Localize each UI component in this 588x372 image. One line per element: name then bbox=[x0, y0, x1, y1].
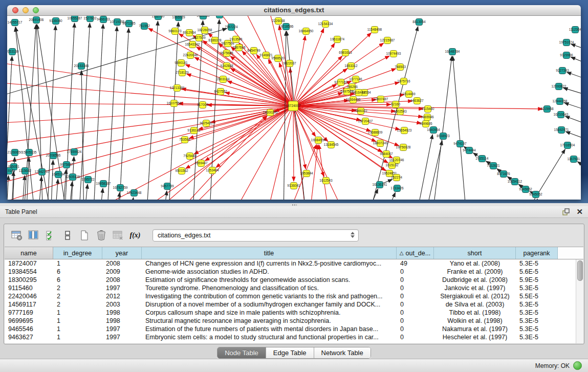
network-edge[interactable] bbox=[7, 106, 293, 184]
column-header-name[interactable]: name bbox=[5, 247, 53, 259]
network-graph-svg: 1872400798601238912954182260589827509165… bbox=[7, 16, 581, 200]
delete-column-button[interactable] bbox=[95, 229, 108, 242]
memory-status-indicator[interactable] bbox=[573, 361, 582, 370]
column-header-short[interactable]: short bbox=[434, 247, 516, 259]
table-cell: 1 bbox=[53, 325, 102, 333]
tab-node-table[interactable]: Node Table bbox=[217, 347, 266, 358]
delete-table-button[interactable] bbox=[112, 229, 125, 242]
network-edge[interactable] bbox=[79, 23, 90, 200]
network-edge[interactable] bbox=[7, 106, 293, 143]
network-edge[interactable] bbox=[26, 157, 29, 200]
network-node-label: 9860123 bbox=[168, 29, 182, 33]
table-tabs: Node Table Edge Table Network Table bbox=[217, 347, 371, 359]
minimize-window-button[interactable] bbox=[23, 7, 29, 13]
network-edge[interactable] bbox=[571, 57, 581, 67]
network-node-label: 15905135 bbox=[22, 150, 37, 154]
network-canvas[interactable]: 1872400798601238912954182260589827509165… bbox=[7, 16, 581, 200]
table-row[interactable]: 1830029562008Estimation of significance … bbox=[5, 276, 576, 284]
network-edge[interactable] bbox=[567, 72, 581, 82]
network-node-label: 9245052 bbox=[529, 192, 542, 196]
table-scrollbar-thumb[interactable] bbox=[577, 260, 583, 281]
network-edge[interactable] bbox=[319, 145, 330, 200]
maximize-window-button[interactable] bbox=[33, 7, 39, 13]
network-edge[interactable] bbox=[565, 132, 581, 143]
network-node-label: 9501562 bbox=[175, 169, 188, 172]
tab-network-table[interactable]: Network Table bbox=[314, 347, 371, 358]
network-edge[interactable] bbox=[194, 106, 293, 154]
network-node-label: 14055717 bbox=[8, 20, 23, 24]
network-edge[interactable] bbox=[51, 160, 53, 200]
table-row[interactable]: 946554611997Estimation of the future num… bbox=[5, 325, 576, 333]
network-edge[interactable] bbox=[7, 176, 9, 200]
network-edge[interactable] bbox=[383, 192, 395, 200]
network-edge[interactable] bbox=[107, 27, 117, 200]
network-node-label: 9827509 bbox=[192, 36, 206, 39]
table-selector-dropdown[interactable]: citations_edges.txt bbox=[153, 229, 359, 242]
network-edge[interactable] bbox=[99, 188, 103, 200]
network-edge[interactable] bbox=[416, 135, 432, 200]
network-edge[interactable] bbox=[186, 106, 293, 168]
network-edge[interactable] bbox=[537, 199, 543, 200]
network-edge[interactable] bbox=[216, 106, 293, 167]
network-edge[interactable] bbox=[146, 21, 158, 200]
column-header-pagerank[interactable]: pagerank bbox=[516, 247, 558, 259]
function-builder-button[interactable]: f(x) bbox=[128, 229, 142, 242]
network-node-label: 8912954 bbox=[183, 31, 196, 34]
close-panel-button[interactable]: ✕ bbox=[576, 208, 583, 215]
table-row[interactable]: 2242004622012Investigating the contribut… bbox=[5, 292, 576, 300]
network-edge[interactable] bbox=[293, 106, 294, 181]
network-edge[interactable] bbox=[119, 28, 129, 200]
panel-resize-handle[interactable] bbox=[292, 204, 297, 206]
table-row[interactable]: 946362711997Embryonic stem cells: a mode… bbox=[5, 333, 576, 341]
network-edge[interactable] bbox=[578, 162, 581, 173]
column-header-title[interactable]: title bbox=[142, 247, 397, 259]
column-header-out_de[interactable]: △out_de... bbox=[397, 247, 434, 259]
table-scrollbar[interactable] bbox=[576, 259, 583, 343]
table-row[interactable]: 911546021997Tourette syndrome. Phenomeno… bbox=[5, 284, 576, 292]
column-header-year[interactable]: year bbox=[102, 247, 142, 259]
network-edge[interactable] bbox=[7, 103, 293, 106]
tab-edge-table[interactable]: Edge Table bbox=[266, 347, 314, 358]
network-node-label: 1645194 bbox=[52, 172, 65, 176]
network-window-titlebar[interactable]: citations_edges.txt bbox=[7, 5, 581, 16]
network-edge[interactable] bbox=[187, 74, 293, 106]
network-edge[interactable] bbox=[453, 56, 467, 200]
column-visibility-button[interactable] bbox=[27, 229, 40, 242]
network-edge[interactable] bbox=[7, 56, 12, 200]
network-edge[interactable] bbox=[205, 106, 293, 161]
network-edge[interactable] bbox=[38, 177, 41, 200]
network-edge[interactable] bbox=[7, 83, 293, 106]
new-document-icon bbox=[79, 230, 90, 241]
network-edge[interactable] bbox=[93, 24, 103, 200]
network-edge[interactable] bbox=[130, 198, 134, 200]
table-row[interactable]: 969969511998Structural magnetic resonanc… bbox=[5, 317, 576, 325]
table-mode-button[interactable] bbox=[10, 229, 24, 242]
network-edge[interactable] bbox=[55, 179, 58, 200]
column-header-in_degree[interactable]: in_degree bbox=[53, 247, 102, 259]
table-row[interactable]: 977716911998Corpus callosum shape and si… bbox=[5, 309, 576, 317]
table-row[interactable]: 1938455462009Genome-wide association stu… bbox=[5, 268, 576, 276]
network-edge[interactable] bbox=[171, 116, 267, 200]
network-edge[interactable] bbox=[16, 27, 52, 200]
network-node-label: 16964950 bbox=[299, 29, 314, 33]
table-cell: 1 bbox=[53, 317, 102, 325]
new-column-button[interactable] bbox=[78, 229, 91, 242]
network-edge[interactable] bbox=[293, 106, 345, 200]
network-edge[interactable] bbox=[84, 184, 88, 200]
close-window-button[interactable] bbox=[12, 7, 18, 13]
network-edge[interactable] bbox=[571, 44, 581, 53]
network-edge[interactable] bbox=[565, 116, 581, 127]
table-cell: 5.3E-5 bbox=[516, 284, 558, 292]
panel-splitter[interactable] bbox=[0, 203, 588, 206]
network-node-label: 9777169 bbox=[334, 80, 347, 84]
table-row[interactable]: 1872400712008Changes of HCN gene express… bbox=[5, 259, 576, 268]
float-panel-button[interactable] bbox=[562, 208, 570, 216]
table-row[interactable]: 1456911722003Disruption of a novel membe… bbox=[5, 300, 576, 309]
table-cell: Dudbridge et al. (2008) bbox=[434, 276, 516, 284]
network-edge[interactable] bbox=[168, 22, 179, 200]
network-edge[interactable] bbox=[564, 103, 581, 113]
network-edge[interactable] bbox=[424, 141, 442, 200]
network-edge[interactable] bbox=[563, 88, 581, 98]
row-layout-button[interactable] bbox=[61, 229, 74, 242]
column-select-button[interactable] bbox=[44, 229, 57, 242]
